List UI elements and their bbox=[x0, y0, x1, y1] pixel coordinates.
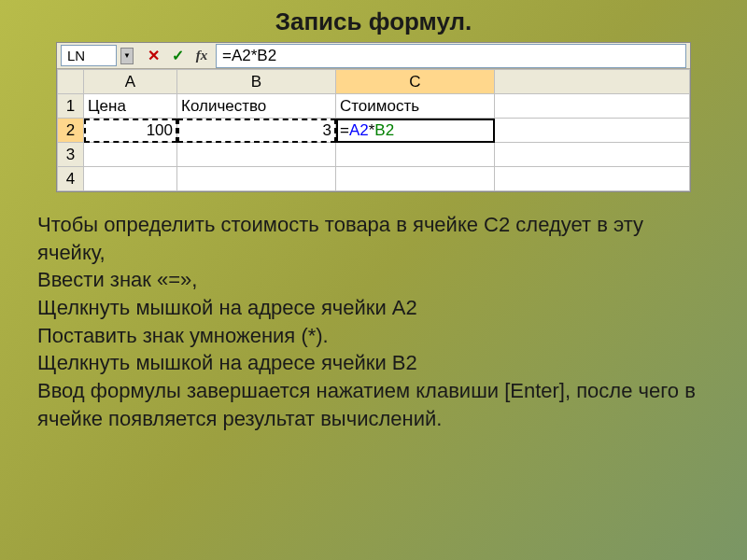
row-header-4[interactable]: 4 bbox=[58, 167, 84, 191]
instruction-line-1: Чтобы определить стоимость товара в ячей… bbox=[37, 211, 710, 266]
excel-screenshot: LN ▼ ✕ ✓ fx =A2*B2 A B C 1 Цена Количест… bbox=[56, 42, 691, 192]
cell-a3[interactable] bbox=[84, 143, 177, 167]
cell-c2[interactable]: =A2*B2 bbox=[336, 119, 495, 143]
cell-b3[interactable] bbox=[177, 143, 336, 167]
formula-ref-b2: B2 bbox=[374, 121, 394, 139]
formula-ref-a2: A2 bbox=[349, 121, 369, 139]
formula-bar: LN ▼ ✕ ✓ fx =A2*B2 bbox=[57, 43, 690, 69]
row-header-3[interactable]: 3 bbox=[58, 143, 84, 167]
cell-d1[interactable] bbox=[495, 94, 690, 119]
cell-a1[interactable]: Цена bbox=[84, 94, 177, 119]
name-box-dropdown[interactable]: ▼ bbox=[120, 48, 134, 64]
col-header-a[interactable]: A bbox=[84, 70, 177, 94]
cell-d3[interactable] bbox=[495, 143, 690, 167]
fx-icon[interactable]: fx bbox=[191, 46, 212, 66]
row-header-2[interactable]: 2 bbox=[58, 119, 84, 143]
body-text: Чтобы определить стоимость товара в ячей… bbox=[0, 211, 747, 433]
col-header-c[interactable]: C bbox=[336, 70, 495, 94]
formula-input[interactable]: =A2*B2 bbox=[216, 44, 686, 68]
cell-c3[interactable] bbox=[336, 143, 495, 167]
instruction-line-2: Ввести знак «=», bbox=[37, 266, 710, 294]
cell-c4[interactable] bbox=[336, 167, 495, 191]
instruction-line-3: Щелкнуть мышкой на адресе ячейки А2 bbox=[37, 294, 710, 322]
slide-title: Запись формул. bbox=[0, 0, 747, 42]
cell-a2[interactable]: 100 bbox=[84, 119, 177, 143]
cell-c1[interactable]: Стоимость bbox=[336, 94, 495, 119]
select-all-corner[interactable] bbox=[58, 70, 84, 94]
cell-b2[interactable]: 3 bbox=[177, 119, 336, 143]
col-header-b[interactable]: B bbox=[177, 70, 336, 94]
cancel-icon[interactable]: ✕ bbox=[143, 46, 163, 66]
cell-a4[interactable] bbox=[84, 167, 177, 191]
instruction-line-6: Ввод формулы завершается нажатием клавиш… bbox=[37, 377, 710, 432]
cell-d2[interactable] bbox=[495, 119, 690, 143]
row-header-1[interactable]: 1 bbox=[58, 94, 84, 119]
formula-eq: = bbox=[340, 121, 349, 139]
cell-b4[interactable] bbox=[177, 167, 336, 191]
cell-b1[interactable]: Количество bbox=[177, 94, 336, 119]
confirm-icon[interactable]: ✓ bbox=[167, 46, 188, 66]
cell-d4[interactable] bbox=[495, 167, 690, 191]
name-box[interactable]: LN bbox=[61, 45, 117, 66]
instruction-line-4: Поставить знак умножения (*). bbox=[37, 322, 710, 350]
instruction-line-5: Щелкнуть мышкой на адресе ячейки В2 bbox=[37, 349, 710, 377]
spreadsheet-grid: A B C 1 Цена Количество Стоимость 2 100 … bbox=[57, 69, 690, 191]
col-header-blank[interactable] bbox=[495, 70, 690, 94]
